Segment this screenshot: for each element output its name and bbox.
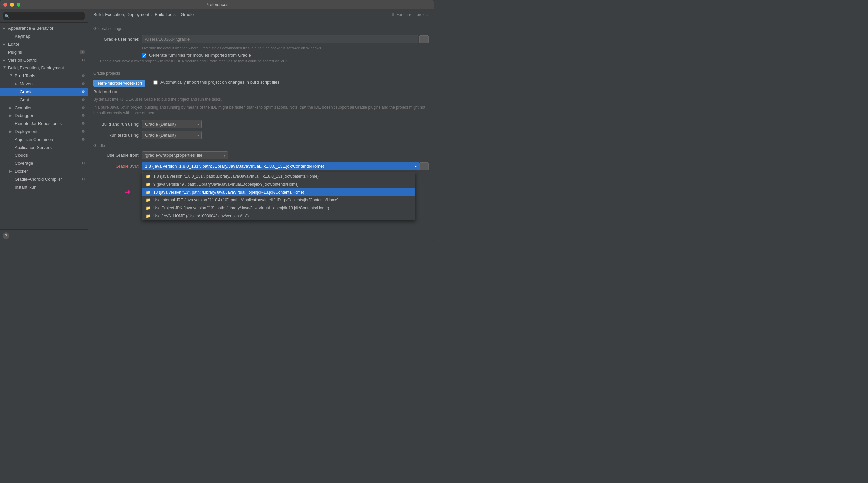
sidebar-item-label: Arquillian Containers	[14, 137, 54, 142]
gradle-jvm-label[interactable]: Gradle JVM:	[93, 164, 140, 169]
folder-icon: 📁	[146, 198, 151, 202]
settings-icon: ⚙	[82, 58, 85, 62]
breadcrumb-sep1: ›	[151, 12, 153, 17]
arrow-icon: ▶	[14, 82, 19, 86]
sidebar-list: ▶ Appearance & Behavior Keymap ▶ Editor	[0, 23, 88, 229]
sidebar-item-docker[interactable]: ▶ Docker	[0, 167, 88, 175]
use-gradle-from-label: Use Gradle from:	[93, 153, 140, 158]
sidebar-item-label: Instant Run	[14, 184, 37, 190]
jvm-browse-button[interactable]: ...	[420, 163, 429, 170]
arrow-open-icon: ▶	[3, 66, 7, 70]
content-scroll[interactable]: General settings Gradle user home: ... O…	[88, 20, 434, 242]
sidebar-item-app-servers[interactable]: Application Servers	[0, 143, 88, 151]
sidebar-item-gradle-android[interactable]: Gradle-Android Compiler ⚙	[0, 175, 88, 183]
project-name[interactable]: learn-microservices-spri	[93, 80, 146, 87]
run-tests-row: Run tests using: Gradle (Default) ▾	[93, 131, 429, 139]
search-input[interactable]	[3, 12, 85, 20]
sidebar-item-editor[interactable]: ▶ Editor	[0, 40, 88, 48]
sidebar-item-keymap[interactable]: Keymap	[0, 32, 88, 40]
sidebar-item-label: Build Tools	[14, 74, 35, 78]
sidebar-item-build-exec[interactable]: ▶ Build, Execution, Deployment	[0, 64, 88, 72]
build-run-using-row: Build and run using: Gradle (Default) ▾	[93, 120, 429, 129]
gradle-projects-title: Gradle projects	[93, 71, 429, 76]
settings-icon: ⚙	[82, 137, 85, 142]
jvm-option-label: 13 (java version "13", path: /Library/Ja…	[153, 190, 304, 195]
sidebar-item-label: Debugger	[14, 113, 33, 118]
minimize-button[interactable]	[10, 3, 14, 7]
search-box: 🔍	[0, 9, 88, 23]
sidebar-item-maven[interactable]: ▶ Maven ⚙	[0, 80, 88, 88]
build-run-dropdown[interactable]: Gradle (Default)	[142, 120, 202, 129]
main-layout: 🔍 ▶ Appearance & Behavior Keymap	[0, 9, 434, 242]
sidebar-item-instant-run[interactable]: Instant Run	[0, 183, 88, 191]
sidebar-item-gradle[interactable]: Gradle ⚙	[0, 88, 88, 95]
auto-import-checkbox[interactable]	[153, 80, 158, 85]
sidebar-item-build-tools[interactable]: ▶ Build Tools ⚙	[0, 72, 88, 80]
jvm-option-1[interactable]: 📁 1.8 (java version "1.8.0_131", path: /…	[143, 172, 415, 180]
pink-arrow-icon: ➜	[124, 188, 130, 196]
jvm-section: Gradle JVM: 1.8 (java version "1.8.0_131…	[93, 162, 429, 170]
sidebar-item-label: Compiler	[14, 105, 32, 110]
sidebar-item-label: Plugins	[8, 50, 22, 55]
gradle-user-home-hint: Override the default location where Grad…	[142, 46, 429, 50]
gradle-jvm-row: Gradle JVM: 1.8 (java version "1.8.0_131…	[93, 162, 429, 170]
settings-icon: ⚙	[82, 74, 85, 78]
breadcrumb-sep2: ›	[178, 12, 179, 17]
settings-icon: ⚙	[82, 113, 85, 118]
jvm-dropdown-wrap: 1.8 (java version "1.8.0_131", path: /Li…	[142, 162, 429, 170]
sidebar-item-label: Keymap	[14, 34, 30, 39]
breadcrumb: Build, Execution, Deployment › Build Too…	[88, 9, 434, 20]
run-tests-dropdown[interactable]: Gradle (Default)	[142, 131, 202, 139]
use-gradle-from-row: Use Gradle from: 'gradle-wrapper.propert…	[93, 151, 429, 160]
jvm-option-label: Use JAVA_HOME (/Users/1003604/.jenv/vers…	[153, 214, 249, 218]
jvm-option-2[interactable]: 📁 9 (java version "9", path: /Library/Ja…	[143, 180, 415, 188]
use-gradle-from-dropdown[interactable]: 'gradle-wrapper.properties' file	[142, 151, 228, 160]
settings-icon: ⚙	[82, 82, 85, 86]
sidebar-item-arquillian[interactable]: Arquillian Containers ⚙	[0, 135, 88, 143]
jvm-option-4[interactable]: 📁 Use Internal JRE (java version "11.0.4…	[143, 196, 415, 204]
breadcrumb-part3: Gradle	[181, 12, 194, 17]
sidebar-item-debugger[interactable]: ▶ Debugger ⚙	[0, 112, 88, 119]
gradle-section: Gradle Use Gradle from: 'gradle-wrapper.…	[93, 143, 429, 170]
generate-iml-checkbox[interactable]	[142, 53, 147, 58]
build-run-dropdown-wrap: Gradle (Default) ▾	[142, 120, 202, 129]
sidebar-item-deployment[interactable]: ▶ Deployment ⚙	[0, 127, 88, 135]
sidebar-item-label: Application Servers	[14, 145, 52, 150]
gradle-user-home-row: Gradle user home: ...	[93, 35, 429, 43]
sidebar-item-clouds[interactable]: Clouds	[0, 151, 88, 159]
projects-row: learn-microservices-spri Automatically i…	[93, 80, 429, 87]
settings-icon: ⚙	[82, 161, 85, 165]
jvm-option-3[interactable]: ➜ 📁 13 (java version "13", path: /Librar…	[143, 188, 415, 196]
help-button[interactable]: ?	[3, 232, 9, 239]
run-tests-dropdown-wrap: Gradle (Default) ▾	[142, 131, 202, 139]
browse-button[interactable]: ...	[420, 35, 429, 43]
arrow-open-icon: ▶	[9, 74, 13, 78]
sidebar-item-label: Deployment	[14, 129, 37, 134]
for-project-label: 🖥 For current project	[391, 12, 429, 17]
search-wrapper: 🔍	[3, 12, 85, 20]
window-title: Preferences	[205, 2, 228, 7]
sidebar-item-gant[interactable]: Gant ⚙	[0, 95, 88, 104]
jvm-option-6[interactable]: 📁 Use JAVA_HOME (/Users/1003604/.jenv/ve…	[143, 212, 415, 220]
sidebar-item-version-control[interactable]: ▶ Version Control ⚙	[0, 56, 88, 64]
auto-import-row: Automatically import this project on cha…	[153, 80, 280, 85]
run-tests-label: Run tests using:	[93, 133, 140, 138]
maximize-button[interactable]	[17, 3, 21, 7]
settings-icon: ⚙	[82, 121, 85, 126]
close-button[interactable]	[3, 3, 7, 7]
sidebar-item-label: Appearance & Behavior	[8, 26, 53, 31]
sidebar-item-coverage[interactable]: Coverage ⚙	[0, 159, 88, 167]
build-run-section: Build and run By default IntelliJ IDEA u…	[93, 89, 429, 139]
jvm-option-label: Use Internal JRE (java version "11.0.4+1…	[153, 198, 339, 202]
sidebar-item-plugins[interactable]: Plugins 1	[0, 48, 88, 56]
content-area: Build, Execution, Deployment › Build Too…	[88, 9, 434, 242]
sidebar-item-remote-jar[interactable]: Remote Jar Repositories ⚙	[0, 119, 88, 127]
sidebar-item-compiler[interactable]: ▶ Compiler ⚙	[0, 104, 88, 112]
jvm-option-5[interactable]: 📁 Use Project JDK (java version "13", pa…	[143, 204, 415, 212]
gradle-user-home-input[interactable]	[142, 35, 418, 43]
preferences-window: Preferences 🔍 ▶ Appearance & Behavior	[0, 0, 434, 242]
gradle-jvm-dropdown[interactable]: 1.8 (java version "1.8.0_131", path: /Li…	[142, 162, 420, 170]
jvm-option-label: 1.8 (java version "1.8.0_131", path: /Li…	[153, 174, 319, 179]
divider1	[93, 67, 429, 67]
sidebar-item-appearance[interactable]: ▶ Appearance & Behavior	[0, 24, 88, 32]
